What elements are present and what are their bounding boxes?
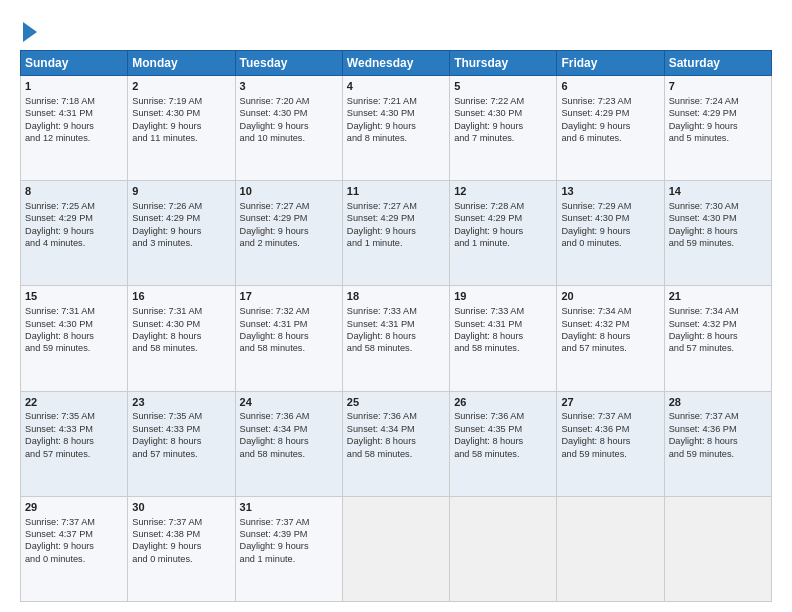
day-info-line: Sunset: 4:30 PM (240, 107, 338, 119)
calendar-table: SundayMondayTuesdayWednesdayThursdayFrid… (20, 50, 772, 602)
day-cell: 19Sunrise: 7:33 AMSunset: 4:31 PMDayligh… (450, 286, 557, 391)
day-info-line: Sunset: 4:30 PM (132, 318, 230, 330)
day-cell: 16Sunrise: 7:31 AMSunset: 4:30 PMDayligh… (128, 286, 235, 391)
day-info-line: Sunset: 4:29 PM (132, 212, 230, 224)
day-info-line: Sunrise: 7:36 AM (347, 410, 445, 422)
day-cell: 18Sunrise: 7:33 AMSunset: 4:31 PMDayligh… (342, 286, 449, 391)
day-info-line: Daylight: 8 hours (25, 435, 123, 447)
week-row-1: 1Sunrise: 7:18 AMSunset: 4:31 PMDaylight… (21, 76, 772, 181)
day-number: 27 (561, 395, 659, 410)
day-cell: 11Sunrise: 7:27 AMSunset: 4:29 PMDayligh… (342, 181, 449, 286)
day-info-line: and 3 minutes. (132, 237, 230, 249)
day-cell: 30Sunrise: 7:37 AMSunset: 4:38 PMDayligh… (128, 496, 235, 601)
day-number: 1 (25, 79, 123, 94)
day-number: 30 (132, 500, 230, 515)
day-info-line: Sunrise: 7:37 AM (25, 516, 123, 528)
day-info-line: and 57 minutes. (132, 448, 230, 460)
day-number: 7 (669, 79, 767, 94)
day-info-line: and 4 minutes. (25, 237, 123, 249)
day-info-line: Sunrise: 7:37 AM (561, 410, 659, 422)
day-cell: 9Sunrise: 7:26 AMSunset: 4:29 PMDaylight… (128, 181, 235, 286)
day-info-line: Sunrise: 7:18 AM (25, 95, 123, 107)
day-cell: 23Sunrise: 7:35 AMSunset: 4:33 PMDayligh… (128, 391, 235, 496)
day-info-line: and 7 minutes. (454, 132, 552, 144)
day-number: 17 (240, 289, 338, 304)
day-info-line: Daylight: 9 hours (25, 225, 123, 237)
day-number: 26 (454, 395, 552, 410)
day-cell: 28Sunrise: 7:37 AMSunset: 4:36 PMDayligh… (664, 391, 771, 496)
day-info-line: Sunset: 4:36 PM (669, 423, 767, 435)
day-info-line: Daylight: 8 hours (561, 330, 659, 342)
day-info-line: Sunset: 4:29 PM (669, 107, 767, 119)
day-info-line: Sunset: 4:29 PM (561, 107, 659, 119)
day-info-line: Sunset: 4:30 PM (454, 107, 552, 119)
day-info-line: Daylight: 9 hours (347, 120, 445, 132)
day-cell: 13Sunrise: 7:29 AMSunset: 4:30 PMDayligh… (557, 181, 664, 286)
day-info-line: Sunset: 4:29 PM (25, 212, 123, 224)
day-info-line: Sunrise: 7:19 AM (132, 95, 230, 107)
day-info-line: Sunrise: 7:22 AM (454, 95, 552, 107)
day-number: 3 (240, 79, 338, 94)
day-info-line: and 58 minutes. (240, 342, 338, 354)
day-number: 24 (240, 395, 338, 410)
day-info-line: Sunset: 4:30 PM (347, 107, 445, 119)
day-info-line: Sunrise: 7:29 AM (561, 200, 659, 212)
day-info-line: Sunrise: 7:33 AM (347, 305, 445, 317)
day-cell: 31Sunrise: 7:37 AMSunset: 4:39 PMDayligh… (235, 496, 342, 601)
day-info-line: Daylight: 8 hours (347, 330, 445, 342)
day-info-line: Sunset: 4:35 PM (454, 423, 552, 435)
day-info-line: Sunset: 4:31 PM (347, 318, 445, 330)
day-cell: 2Sunrise: 7:19 AMSunset: 4:30 PMDaylight… (128, 76, 235, 181)
day-info-line: Daylight: 9 hours (240, 540, 338, 552)
day-number: 10 (240, 184, 338, 199)
day-info-line: Daylight: 8 hours (454, 435, 552, 447)
col-header-friday: Friday (557, 51, 664, 76)
day-info-line: Sunrise: 7:28 AM (454, 200, 552, 212)
day-info-line: Sunrise: 7:21 AM (347, 95, 445, 107)
day-info-line: Sunset: 4:39 PM (240, 528, 338, 540)
day-info-line: Daylight: 8 hours (132, 330, 230, 342)
day-info-line: and 11 minutes. (132, 132, 230, 144)
day-info-line: and 0 minutes. (132, 553, 230, 565)
day-number: 13 (561, 184, 659, 199)
day-cell: 25Sunrise: 7:36 AMSunset: 4:34 PMDayligh… (342, 391, 449, 496)
week-row-5: 29Sunrise: 7:37 AMSunset: 4:37 PMDayligh… (21, 496, 772, 601)
day-info-line: Daylight: 8 hours (669, 435, 767, 447)
day-info-line: Sunset: 4:29 PM (240, 212, 338, 224)
day-info-line: Daylight: 8 hours (561, 435, 659, 447)
day-info-line: and 5 minutes. (669, 132, 767, 144)
day-cell: 7Sunrise: 7:24 AMSunset: 4:29 PMDaylight… (664, 76, 771, 181)
day-number: 8 (25, 184, 123, 199)
day-info-line: and 1 minute. (454, 237, 552, 249)
day-info-line: Daylight: 9 hours (561, 120, 659, 132)
day-cell: 21Sunrise: 7:34 AMSunset: 4:32 PMDayligh… (664, 286, 771, 391)
day-number: 28 (669, 395, 767, 410)
day-info-line: Daylight: 8 hours (25, 330, 123, 342)
day-info-line: Sunset: 4:30 PM (561, 212, 659, 224)
day-number: 12 (454, 184, 552, 199)
day-number: 25 (347, 395, 445, 410)
day-info-line: Sunset: 4:30 PM (132, 107, 230, 119)
day-info-line: Sunrise: 7:36 AM (240, 410, 338, 422)
day-info-line: Daylight: 8 hours (240, 330, 338, 342)
day-cell: 14Sunrise: 7:30 AMSunset: 4:30 PMDayligh… (664, 181, 771, 286)
day-number: 16 (132, 289, 230, 304)
day-info-line: and 10 minutes. (240, 132, 338, 144)
day-info-line: Sunrise: 7:27 AM (240, 200, 338, 212)
day-cell (450, 496, 557, 601)
day-info-line: and 6 minutes. (561, 132, 659, 144)
day-info-line: Sunset: 4:36 PM (561, 423, 659, 435)
day-cell: 27Sunrise: 7:37 AMSunset: 4:36 PMDayligh… (557, 391, 664, 496)
day-info-line: and 0 minutes. (25, 553, 123, 565)
day-info-line: Sunrise: 7:25 AM (25, 200, 123, 212)
day-info-line: Sunrise: 7:34 AM (561, 305, 659, 317)
day-cell (557, 496, 664, 601)
day-info-line: Daylight: 8 hours (454, 330, 552, 342)
day-info-line: Sunrise: 7:37 AM (669, 410, 767, 422)
day-info-line: Sunset: 4:31 PM (240, 318, 338, 330)
day-cell: 29Sunrise: 7:37 AMSunset: 4:37 PMDayligh… (21, 496, 128, 601)
day-info-line: Daylight: 9 hours (454, 225, 552, 237)
day-number: 20 (561, 289, 659, 304)
day-info-line: Sunset: 4:31 PM (454, 318, 552, 330)
day-info-line: and 2 minutes. (240, 237, 338, 249)
